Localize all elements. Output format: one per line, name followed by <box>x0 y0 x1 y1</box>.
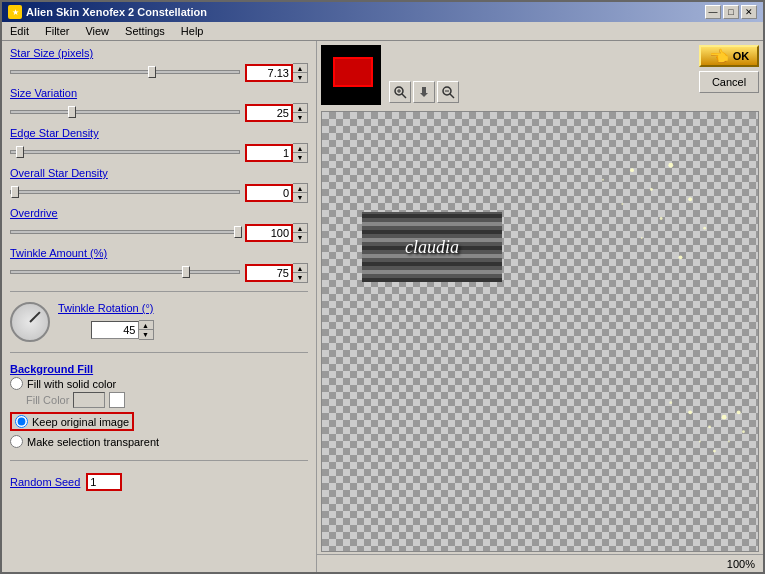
overall-density-up[interactable]: ▲ <box>293 184 307 193</box>
canvas-image: claudia <box>362 212 502 282</box>
fill-solid-row: Fill with solid color <box>10 377 308 390</box>
title-bar-left: ★ Alien Skin Xenofex 2 Constellation <box>8 5 207 19</box>
cancel-label: Cancel <box>712 76 746 88</box>
edge-density-slider-track[interactable] <box>10 150 240 154</box>
keep-original-highlighted: Keep original image <box>10 412 134 431</box>
canvas-area[interactable]: claudia <box>321 111 759 552</box>
svg-point-9 <box>621 203 623 205</box>
ok-button[interactable]: 👈 OK <box>699 45 759 67</box>
ok-label: OK <box>733 50 750 62</box>
overall-density-row: Overall Star Density <box>10 167 308 179</box>
overdrive-up[interactable]: ▲ <box>293 224 307 233</box>
overall-density-slider-track[interactable] <box>10 190 240 194</box>
menu-settings[interactable]: Settings <box>121 24 169 38</box>
thumbnail-inner <box>333 57 373 87</box>
svg-point-12 <box>641 237 643 239</box>
star-size-row: Star Size (pixels) <box>10 47 308 59</box>
twinkle-amount-input[interactable]: 75 <box>245 264 293 282</box>
twinkle-amount-slider-thumb[interactable] <box>182 266 190 278</box>
overall-density-slider-thumb[interactable] <box>11 186 19 198</box>
overdrive-down[interactable]: ▼ <box>293 233 307 242</box>
menu-edit[interactable]: Edit <box>6 24 33 38</box>
edge-density-slider-container <box>10 150 240 156</box>
size-variation-up[interactable]: ▲ <box>293 104 307 113</box>
twinkle-amount-slider-container <box>10 270 240 276</box>
star-size-up[interactable]: ▲ <box>293 64 307 73</box>
svg-point-16 <box>602 179 604 181</box>
tool-pan[interactable] <box>413 81 435 103</box>
menu-view[interactable]: View <box>81 24 113 38</box>
overall-density-input[interactable]: 0 <box>245 184 293 202</box>
twinkle-rotation-section: Twinkle Rotation (°) 45 ▲ ▼ <box>10 302 308 342</box>
overdrive-slider-track[interactable] <box>10 230 240 234</box>
close-button[interactable]: ✕ <box>741 5 757 19</box>
star-size-input[interactable]: 7.13 <box>245 64 293 82</box>
size-variation-spin-buttons: ▲ ▼ <box>293 103 308 123</box>
svg-point-10 <box>668 163 673 168</box>
star-size-label: Star Size (pixels) <box>10 47 308 59</box>
cancel-button[interactable]: Cancel <box>699 71 759 93</box>
svg-point-19 <box>699 440 701 442</box>
size-variation-slider-thumb[interactable] <box>68 106 76 118</box>
random-seed-input[interactable]: 1 <box>86 473 122 491</box>
twinkle-rotation-input[interactable]: 45 <box>91 321 139 339</box>
fill-color-swatch-white[interactable] <box>109 392 125 408</box>
window-controls: — □ ✕ <box>705 5 757 19</box>
star-size-down[interactable]: ▼ <box>293 73 307 82</box>
star-size-slider-track[interactable] <box>10 70 240 74</box>
edge-density-up[interactable]: ▲ <box>293 144 307 153</box>
overdrive-input[interactable]: 100 <box>245 224 293 242</box>
overdrive-spinner: 100 ▲ ▼ <box>245 223 308 243</box>
twinkle-rotation-dial[interactable] <box>10 302 50 342</box>
zoom-fit-icon <box>393 85 407 99</box>
minimize-button[interactable]: — <box>705 5 721 19</box>
thumbnail-box <box>321 45 381 105</box>
make-transparent-radio[interactable] <box>10 435 23 448</box>
size-variation-slider-track[interactable] <box>10 110 240 114</box>
fill-color-swatch[interactable] <box>73 392 105 408</box>
twinkle-amount-slider-track[interactable] <box>10 270 240 274</box>
size-variation-input[interactable]: 25 <box>245 104 293 122</box>
size-variation-down[interactable]: ▼ <box>293 113 307 122</box>
twinkle-amount-label: Twinkle Amount (%) <box>10 247 308 259</box>
overall-density-down[interactable]: ▼ <box>293 193 307 202</box>
twinkle-rotation-down[interactable]: ▼ <box>139 330 153 339</box>
edge-density-row: Edge Star Density <box>10 127 308 139</box>
toolbar <box>385 79 463 105</box>
size-variation-input-row: 25 ▲ ▼ <box>10 103 308 123</box>
tool-zoom-in[interactable] <box>437 81 459 103</box>
twinkle-amount-input-row: 75 ▲ ▼ <box>10 263 308 283</box>
star-size-slider-thumb[interactable] <box>148 66 156 78</box>
fill-solid-radio[interactable] <box>10 377 23 390</box>
app-window: ★ Alien Skin Xenofex 2 Constellation — □… <box>0 0 765 574</box>
make-transparent-label: Make selection transparent <box>27 436 159 448</box>
divider-2 <box>10 352 308 353</box>
svg-point-21 <box>713 450 716 453</box>
overdrive-spin-buttons: ▲ ▼ <box>293 223 308 243</box>
window-title: Alien Skin Xenofex 2 Constellation <box>26 6 207 18</box>
keep-original-radio[interactable] <box>15 415 28 428</box>
overall-density-slider-container <box>10 190 240 196</box>
twinkle-amount-up[interactable]: ▲ <box>293 264 307 273</box>
dial-needle <box>29 311 40 322</box>
fill-color-row: Fill Color <box>26 392 308 408</box>
twinkle-amount-down[interactable]: ▼ <box>293 273 307 282</box>
edge-density-label: Edge Star Density <box>10 127 308 139</box>
menu-help[interactable]: Help <box>177 24 208 38</box>
ok-cancel-panel: 👈 OK Cancel <box>699 45 759 93</box>
star-size-spinner: 7.13 ▲ ▼ <box>245 63 308 83</box>
svg-point-22 <box>728 440 730 442</box>
edge-density-slider-thumb[interactable] <box>16 146 24 158</box>
edge-density-input[interactable]: 1 <box>245 144 293 162</box>
tool-zoom-fit[interactable] <box>389 81 411 103</box>
menu-filter[interactable]: Filter <box>41 24 73 38</box>
maximize-button[interactable]: □ <box>723 5 739 19</box>
twinkle-rotation-up[interactable]: ▲ <box>139 321 153 330</box>
overdrive-slider-thumb[interactable] <box>234 226 242 238</box>
svg-point-7 <box>630 168 634 172</box>
overall-density-spin-buttons: ▲ ▼ <box>293 183 308 203</box>
fill-solid-label: Fill with solid color <box>27 378 116 390</box>
edge-density-down[interactable]: ▼ <box>293 153 307 162</box>
left-panel: Star Size (pixels) 7.13 ▲ ▼ <box>2 41 317 572</box>
zoom-level: 100% <box>727 558 755 570</box>
